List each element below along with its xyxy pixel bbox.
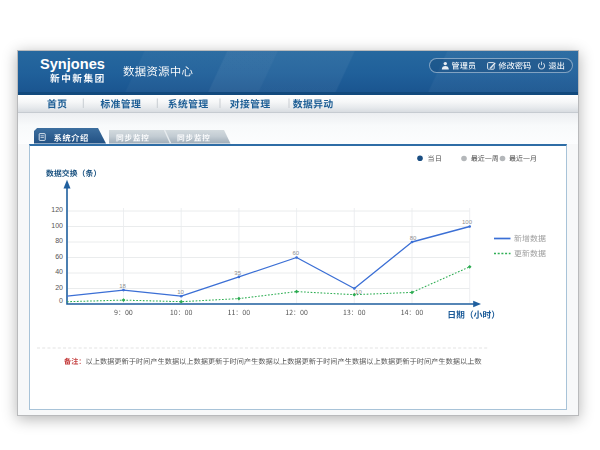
svg-text:20: 20 bbox=[55, 284, 63, 291]
svg-text:18: 18 bbox=[119, 283, 126, 289]
svg-text:40: 40 bbox=[55, 268, 63, 275]
svg-text:120: 120 bbox=[51, 206, 63, 213]
svg-text:80: 80 bbox=[410, 235, 417, 241]
svg-text:10: 10 bbox=[355, 289, 362, 295]
svg-text:10: 10 bbox=[177, 289, 184, 295]
svg-text:Synjones: Synjones bbox=[40, 56, 105, 72]
svg-text:60: 60 bbox=[292, 250, 299, 256]
svg-text:60: 60 bbox=[55, 253, 63, 260]
svg-text:35: 35 bbox=[234, 270, 241, 276]
svg-text:100: 100 bbox=[51, 222, 63, 229]
svg-text:0: 0 bbox=[59, 297, 63, 304]
svg-text:100: 100 bbox=[462, 219, 473, 225]
svg-text:80: 80 bbox=[55, 237, 63, 244]
